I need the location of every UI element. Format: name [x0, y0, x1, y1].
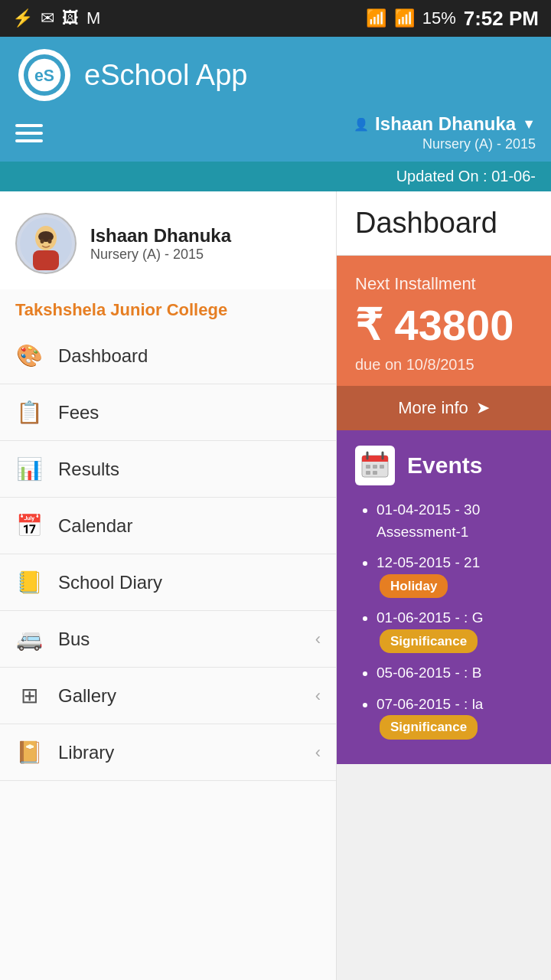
significance-tag: Significance: [380, 629, 478, 654]
status-bar: ⚡ ✉ 🖼 M 📶 📶 15% 7:52 PM: [0, 0, 551, 37]
email-icon: ✉: [41, 8, 54, 28]
next-installment-label: Next Installment: [355, 274, 533, 294]
sidebar-item-label: Dashboard: [58, 345, 321, 367]
usb-icon: ⚡: [12, 8, 33, 28]
app-logo: eS: [18, 49, 70, 101]
svg-rect-5: [33, 250, 59, 270]
events-title: Events: [407, 452, 482, 479]
due-date: due on 10/8/2015: [355, 356, 533, 374]
user-name: Ishaan Dhanuka: [375, 113, 516, 135]
holiday-tag: Holiday: [380, 574, 448, 599]
event-list: 01-04-2015 - 30 Assessment-1 12-05-2015 …: [355, 499, 533, 740]
arrow-right-icon: ➤: [476, 398, 490, 418]
app-header: eS eSchool App: [0, 37, 551, 113]
sidebar-item-label: Gallery: [58, 685, 300, 707]
dashboard-title: Dashboard: [337, 191, 551, 256]
svg-rect-18: [373, 471, 377, 475]
sidebar-item-calendar[interactable]: 📅 Calendar: [0, 498, 336, 554]
events-card: Events 01-04-2015 - 30 Assessment-1 12-0…: [337, 430, 551, 764]
calendar-icon: 📅: [15, 513, 43, 538]
wifi-icon: 📶: [366, 8, 386, 28]
svg-point-8: [48, 239, 52, 243]
svg-rect-15: [373, 465, 377, 469]
sidebar-item-fees[interactable]: 📋 Fees: [0, 384, 336, 441]
more-info-button[interactable]: More info ➤: [337, 386, 551, 430]
signal-icon: 📶: [394, 8, 415, 28]
nav-list: 🎨 Dashboard 📋 Fees 📊 Results 📅 Calendar …: [0, 328, 336, 781]
event-date: 05-06-2015 - : B: [377, 665, 481, 681]
sidebar-item-label: School Diary: [58, 572, 321, 593]
gmail-icon: M: [86, 8, 100, 28]
event-date: 12-05-2015 - 21: [377, 554, 480, 570]
sidebar-item-school-diary[interactable]: 📒 School Diary: [0, 554, 336, 611]
battery-label: 15%: [422, 8, 456, 28]
more-info-label: More info: [398, 398, 468, 418]
chevron-icon: ‹: [315, 686, 321, 706]
sidebar-item-label: Results: [58, 459, 321, 480]
right-status-icons: 📶 📶 15% 7:52 PM: [366, 7, 539, 31]
image-icon: 🖼: [62, 8, 79, 28]
profile-class: Nursery (A) - 2015: [90, 247, 231, 263]
avatar: [15, 213, 77, 274]
sidebar-item-label: Library: [58, 742, 300, 763]
gallery-icon: ⊞: [15, 683, 43, 708]
sidebar-item-bus[interactable]: 🚐 Bus ‹: [0, 611, 336, 668]
svg-rect-17: [366, 471, 370, 475]
updated-text: Updated On : 01-06-: [396, 168, 536, 185]
sidebar-item-library[interactable]: 📔 Library ‹: [0, 724, 336, 781]
right-panel: Dashboard Next Installment ₹ 43800 due o…: [337, 191, 551, 980]
chevron-icon: ‹: [315, 629, 321, 649]
sidebar-item-label: Fees: [58, 402, 321, 423]
event-date: 01-04-2015 - 30: [377, 501, 480, 518]
significance-tag: Significance: [380, 715, 478, 740]
main-area: Ishaan Dhanuka Nursery (A) - 2015 Takshs…: [0, 191, 551, 980]
user-name-row[interactable]: 👤 Ishaan Dhanuka ▼: [354, 113, 536, 135]
app-title: eSchool App: [84, 59, 247, 92]
school-name: Takshshela Junior College: [0, 289, 336, 328]
results-icon: 📊: [15, 456, 43, 482]
svg-rect-16: [380, 465, 384, 469]
hamburger-menu[interactable]: [15, 124, 43, 142]
svg-text:eS: eS: [34, 67, 54, 85]
sidebar-item-label: Calendar: [58, 515, 321, 537]
chevron-icon: ‹: [315, 743, 321, 763]
event-date: 07-06-2015 - : la: [377, 696, 483, 712]
profile-text: Ishaan Dhanuka Nursery (A) - 2015: [90, 225, 231, 263]
fees-icon: 📋: [15, 400, 43, 425]
list-item: 01-04-2015 - 30 Assessment-1: [377, 499, 533, 543]
library-icon: 📔: [15, 740, 43, 765]
sidebar-profile: Ishaan Dhanuka Nursery (A) - 2015: [0, 191, 336, 289]
profile-name: Ishaan Dhanuka: [90, 225, 231, 247]
svg-rect-11: [362, 459, 388, 462]
events-header: Events: [355, 446, 533, 485]
status-icons: ⚡ ✉ 🖼 M: [12, 8, 100, 28]
events-calendar-icon: [355, 446, 395, 485]
fee-card: Next Installment ₹ 43800 due on 10/8/201…: [337, 256, 551, 430]
user-info: 👤 Ishaan Dhanuka ▼ Nursery (A) - 2015: [354, 113, 536, 152]
event-date: 01-06-2015 - : G: [377, 609, 483, 626]
updated-banner: Updated On : 01-06-: [0, 162, 551, 191]
school-diary-icon: 📒: [15, 570, 43, 595]
dropdown-arrow-icon[interactable]: ▼: [522, 116, 536, 132]
sidebar-item-gallery[interactable]: ⊞ Gallery ‹: [0, 668, 336, 724]
bus-icon: 🚐: [15, 626, 43, 652]
sidebar-item-results[interactable]: 📊 Results: [0, 441, 336, 498]
list-item: 07-06-2015 - : la Significance: [377, 694, 533, 740]
user-avatar-icon: 👤: [354, 117, 369, 132]
dashboard-icon: 🎨: [15, 343, 43, 368]
sidebar-item-dashboard[interactable]: 🎨 Dashboard: [0, 328, 336, 384]
sidebar: Ishaan Dhanuka Nursery (A) - 2015 Takshs…: [0, 191, 337, 980]
list-item: 05-06-2015 - : B: [377, 662, 533, 684]
user-class: Nursery (A) - 2015: [422, 136, 536, 152]
event-text: Assessment-1: [377, 524, 468, 540]
time-label: 7:52 PM: [464, 7, 539, 31]
svg-point-7: [41, 239, 44, 243]
list-item: 01-06-2015 - : G Significance: [377, 607, 533, 653]
sub-header: 👤 Ishaan Dhanuka ▼ Nursery (A) - 2015: [0, 113, 551, 162]
list-item: 12-05-2015 - 21 Holiday: [377, 552, 533, 598]
sidebar-item-label: Bus: [58, 629, 300, 650]
svg-rect-14: [366, 465, 370, 469]
fee-amount: ₹ 43800: [355, 300, 533, 350]
